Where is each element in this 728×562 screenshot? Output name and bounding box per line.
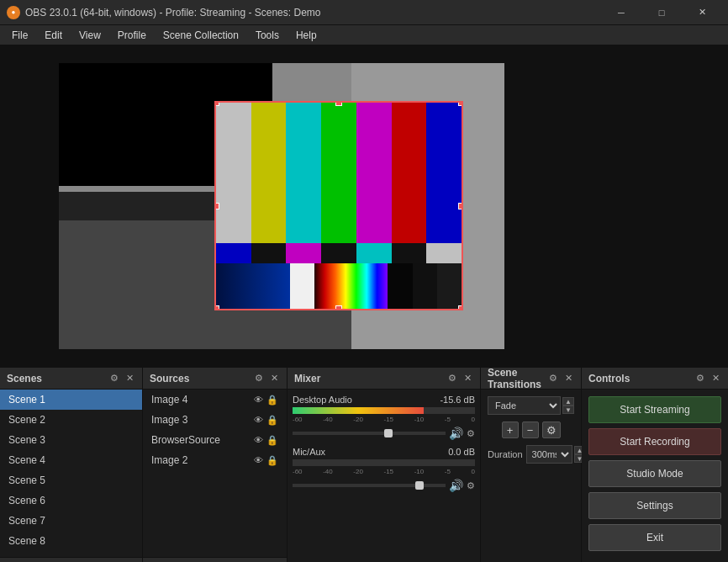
- source-visibility-icon-2[interactable]: 👁: [254, 415, 263, 426]
- bar-white: [216, 103, 251, 243]
- app-icon: ●: [7, 6, 20, 19]
- start-streaming-button[interactable]: Start Streaming: [588, 396, 721, 423]
- transitions-config-icon[interactable]: ⚙: [547, 373, 559, 384]
- transition-up-arrow[interactable]: ▲: [562, 397, 574, 406]
- duration-select[interactable]: 300ms 500ms 1000ms: [526, 445, 572, 464]
- studio-mode-button[interactable]: Studio Mode: [588, 460, 721, 487]
- mixer-mic-name: Mic/Aux: [293, 447, 325, 457]
- source-visibility-icon-3[interactable]: 👁: [254, 435, 263, 446]
- transitions-settings-button[interactable]: ⚙: [542, 422, 561, 438]
- transition-type-select[interactable]: Fade Cut Swipe Slide: [488, 396, 561, 415]
- source-visibility-icon-1[interactable]: 👁: [254, 395, 263, 406]
- mixer-close-icon[interactable]: ✕: [462, 373, 473, 384]
- menu-file[interactable]: File: [3, 25, 36, 45]
- mixer-content: Desktop Audio -15.6 dB -60 -40 -20 -15 -…: [288, 390, 480, 562]
- transitions-panel-title: Scene Transitions: [488, 367, 547, 390]
- source-lock-icon-1[interactable]: 🔒: [266, 395, 278, 406]
- scenes-panel-title: Scenes: [7, 373, 42, 384]
- transitions-close-icon[interactable]: ✕: [562, 373, 574, 384]
- handle-tr[interactable]: [458, 101, 463, 106]
- menu-tools[interactable]: Tools: [247, 25, 288, 45]
- source-item-4[interactable]: Image 2👁🔒: [143, 450, 287, 470]
- mixer-mic-mute-icon[interactable]: 🔊: [449, 479, 463, 492]
- source-item-2[interactable]: Image 3👁🔒: [143, 410, 287, 430]
- transition-down-arrow[interactable]: ▼: [562, 406, 574, 414]
- scene-item-2[interactable]: Scene 2: [0, 410, 142, 430]
- source-lock-icon-2[interactable]: 🔒: [266, 415, 278, 426]
- menu-view[interactable]: View: [71, 25, 109, 45]
- mixer-mic-slider[interactable]: [293, 484, 446, 487]
- scene-item-5[interactable]: Scene 5: [0, 470, 142, 490]
- controls-panel-title: Controls: [588, 373, 630, 384]
- bars-bottom: [216, 263, 462, 309]
- source-item-3[interactable]: BrowserSource👁🔒: [143, 430, 287, 450]
- source-name-4: Image 2: [151, 454, 187, 466]
- transitions-footer-btns: + − ⚙: [488, 422, 574, 438]
- source-lock-icon-3[interactable]: 🔒: [266, 435, 278, 446]
- menu-edit[interactable]: Edit: [36, 25, 71, 45]
- mixer-desktop-settings-icon[interactable]: ⚙: [467, 428, 475, 439]
- source-item-1[interactable]: Image 4👁🔒: [143, 390, 287, 410]
- mixer-desktop-name: Desktop Audio: [293, 395, 352, 405]
- exit-button[interactable]: Exit: [588, 524, 721, 551]
- handle-ml[interactable]: [214, 203, 219, 209]
- scene-item-7[interactable]: Scene 7: [0, 511, 142, 531]
- source-visibility-icon-4[interactable]: 👁: [254, 455, 263, 466]
- settings-button[interactable]: Settings: [588, 492, 721, 519]
- scenes-panel: Scenes ⚙ ✕ Scene 1Scene 2Scene 3Scene 4S…: [0, 368, 143, 562]
- scene-item-1[interactable]: Scene 1: [0, 390, 142, 410]
- minimize-button[interactable]: ─: [602, 0, 641, 25]
- source-name-3: BrowserSource: [151, 434, 220, 446]
- transitions-add-button[interactable]: +: [502, 422, 519, 438]
- mixer-desktop-controls: 🔊 ⚙: [293, 427, 475, 440]
- close-button[interactable]: ✕: [683, 0, 721, 25]
- transitions-remove-button[interactable]: −: [522, 422, 539, 438]
- handle-bm[interactable]: [335, 305, 342, 310]
- sources-panel: Sources ⚙ ✕ Image 4👁🔒Image 3👁🔒BrowserSou…: [143, 368, 288, 562]
- scene-item-6[interactable]: Scene 6: [0, 490, 142, 511]
- transitions-panel: Scene Transitions ⚙ ✕ Fade Cut Swipe Sli…: [481, 368, 582, 562]
- mixer-desktop-slider[interactable]: [293, 432, 446, 435]
- handle-br[interactable]: [458, 305, 463, 310]
- bar-m-blue: [216, 243, 251, 264]
- bar-m-black2: [321, 243, 356, 264]
- mixer-mic-meter: [293, 459, 475, 466]
- controls-panel-header: Controls ⚙ ✕: [582, 368, 728, 390]
- mixer-mic-thumb[interactable]: [415, 481, 424, 490]
- handle-bl[interactable]: [214, 305, 219, 310]
- start-recording-button[interactable]: Start Recording: [588, 428, 721, 455]
- source-lock-icon-4[interactable]: 🔒: [266, 455, 278, 466]
- mixer-mic-controls: 🔊 ⚙: [293, 479, 475, 492]
- mixer-channel-desktop-header: Desktop Audio -15.6 dB: [293, 395, 475, 405]
- duration-label: Duration: [488, 449, 523, 459]
- scene-item-3[interactable]: Scene 3: [0, 430, 142, 450]
- mixer-desktop-thumb[interactable]: [384, 429, 393, 437]
- mixer-mic-settings-icon[interactable]: ⚙: [467, 480, 475, 491]
- bar-m-cyan: [356, 243, 392, 264]
- menu-scene-collection[interactable]: Scene Collection: [155, 25, 247, 45]
- bar-green: [321, 103, 356, 243]
- handle-mr[interactable]: [458, 203, 463, 209]
- controls-config-icon[interactable]: ⚙: [694, 373, 706, 384]
- mixer-desktop-mute-icon[interactable]: 🔊: [449, 427, 463, 440]
- scenes-close-icon[interactable]: ✕: [124, 373, 135, 384]
- scene-item-8[interactable]: Scene 8: [0, 531, 142, 551]
- sources-footer: + − ⚙ ▲ ▼: [143, 557, 287, 562]
- handle-tl[interactable]: [214, 101, 219, 106]
- handle-tm[interactable]: [335, 101, 342, 106]
- controls-close-icon[interactable]: ✕: [710, 373, 721, 384]
- transitions-panel-header: Scene Transitions ⚙ ✕: [481, 368, 581, 390]
- scenes-config-icon[interactable]: ⚙: [108, 373, 120, 384]
- mixer-config-icon[interactable]: ⚙: [446, 373, 458, 384]
- menu-help[interactable]: Help: [288, 25, 325, 45]
- scenes-panel-header: Scenes ⚙ ✕: [0, 368, 142, 390]
- duration-row: Duration 300ms 500ms 1000ms ▲ ▼: [488, 445, 574, 464]
- scene-item-4[interactable]: Scene 4: [0, 450, 142, 470]
- menu-profile[interactable]: Profile: [109, 25, 155, 45]
- sources-close-icon[interactable]: ✕: [268, 373, 280, 384]
- mixer-panel-header: Mixer ⚙ ✕: [288, 368, 480, 390]
- source-icons-2: 👁🔒: [254, 415, 278, 426]
- maximize-button[interactable]: □: [642, 0, 681, 25]
- sources-config-icon[interactable]: ⚙: [253, 373, 265, 384]
- bar-m-white: [426, 243, 462, 264]
